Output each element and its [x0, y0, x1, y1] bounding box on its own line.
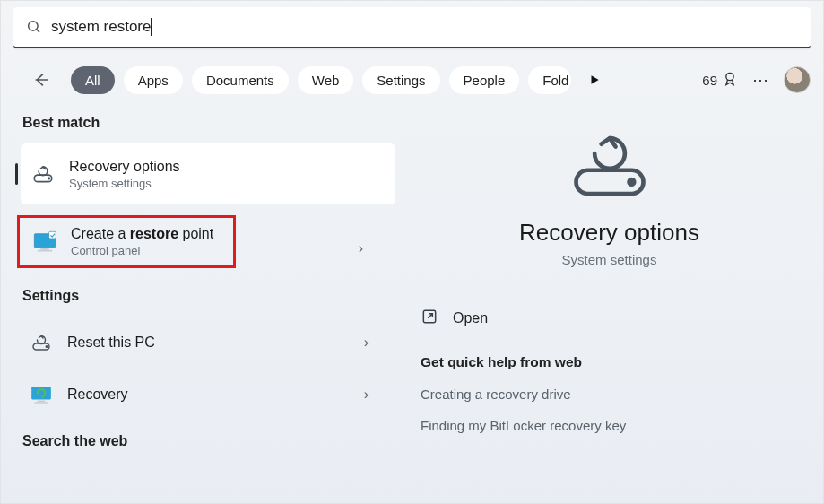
svg-point-16	[629, 179, 634, 185]
open-icon	[421, 308, 438, 329]
chevron-right-icon[interactable]: ›	[359, 240, 369, 256]
tab-web[interactable]: Web	[298, 66, 354, 94]
filter-toolbar: All Apps Documents Web Settings People F…	[1, 48, 823, 104]
tab-all[interactable]: All	[71, 66, 115, 94]
tab-folders[interactable]: Fold	[528, 66, 571, 94]
tab-documents[interactable]: Documents	[192, 66, 289, 94]
points-value: 69	[702, 73, 717, 88]
svg-rect-9	[49, 231, 56, 239]
result-title: Recovery options	[69, 159, 381, 175]
results-column: Best match Recovery options System setti…	[1, 108, 395, 462]
tab-people[interactable]: People	[449, 66, 520, 94]
help-link-recovery-drive[interactable]: Creating a recovery drive	[421, 387, 805, 402]
svg-point-4	[48, 178, 50, 179]
highlighted-result: Create a restore point Control panel	[17, 215, 236, 268]
back-button[interactable]	[26, 65, 56, 95]
monitor-icon	[30, 227, 60, 257]
search-web-heading: Search the web	[22, 433, 395, 449]
row-title: Recovery	[67, 387, 353, 403]
open-action[interactable]: Open	[413, 291, 805, 338]
medal-icon	[721, 70, 739, 91]
result-reset-this-pc[interactable]: Reset this PC ›	[21, 317, 395, 369]
svg-point-2	[726, 73, 733, 80]
svg-rect-7	[40, 248, 48, 250]
recovery-icon	[28, 159, 58, 189]
svg-rect-13	[38, 401, 46, 403]
settings-heading: Settings	[22, 288, 395, 304]
rewards-points[interactable]: 69	[702, 70, 739, 91]
recovery-icon	[26, 327, 56, 358]
search-bar[interactable]: system restore	[13, 7, 811, 48]
result-title: Create a restore point	[71, 226, 223, 242]
row-title: Reset this PC	[67, 335, 353, 351]
more-button[interactable]: ⋯	[748, 70, 775, 90]
svg-point-11	[46, 346, 48, 348]
result-create-restore-point[interactable]: Create a restore point Control panel	[22, 221, 230, 263]
tab-apps[interactable]: Apps	[124, 66, 183, 94]
result-recovery[interactable]: Recovery ›	[21, 369, 395, 421]
help-heading: Get quick help from web	[421, 354, 805, 370]
chevron-right-icon: ›	[364, 335, 395, 351]
open-label: Open	[453, 310, 488, 326]
tab-settings[interactable]: Settings	[362, 66, 439, 94]
svg-rect-8	[38, 249, 52, 251]
preview-large-icon	[413, 108, 805, 203]
preview-subtitle: System settings	[413, 252, 805, 267]
best-match-heading: Best match	[22, 115, 395, 131]
preview-title: Recovery options	[413, 219, 805, 247]
scroll-tabs-right[interactable]	[582, 67, 607, 92]
result-subtitle: Control panel	[71, 244, 223, 257]
result-subtitle: System settings	[69, 177, 381, 190]
help-link-bitlocker[interactable]: Finding my BitLocker recovery key	[421, 418, 805, 433]
result-recovery-options[interactable]: Recovery options System settings	[21, 143, 395, 204]
preview-pane: Recovery options System settings Open Ge…	[395, 108, 823, 462]
chevron-right-icon: ›	[364, 387, 395, 403]
user-avatar[interactable]	[784, 66, 811, 93]
svg-rect-14	[34, 402, 48, 404]
recovery-app-icon	[26, 379, 56, 410]
